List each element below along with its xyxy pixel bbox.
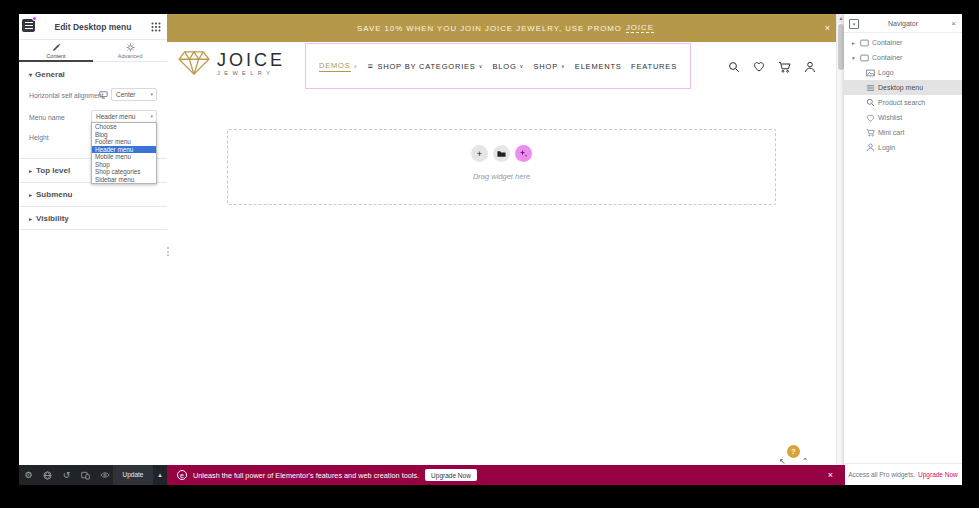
responsive-desktop-icon[interactable]	[99, 91, 108, 99]
close-icon[interactable]: ×	[951, 14, 956, 33]
section-submenu-label: Submenu	[36, 190, 72, 199]
account-user-icon[interactable]	[804, 61, 816, 73]
tree-item-label: Desktop menu	[878, 84, 923, 91]
header-icons	[728, 42, 816, 91]
drop-zone-hint: Drag widget here	[228, 172, 775, 181]
menu-item-demos[interactable]: DEMOS ∨	[319, 61, 358, 72]
menu-name-select-value: Header menu	[96, 113, 135, 120]
image-icon	[866, 69, 878, 77]
site-logo[interactable]: JOICE JEWELRY	[177, 49, 285, 77]
upgrade-notification-bar: e Unleash the full power of Elementor's …	[167, 465, 845, 485]
section-submenu[interactable]: ▸ Submenu	[19, 182, 167, 206]
wishlist-heart-icon[interactable]	[753, 61, 765, 72]
promo-text: SAVE 10% WHEN YOU JOIN JOICE JEWELRY, US…	[357, 24, 622, 33]
widget-drop-zone[interactable]: + Drag widget here	[227, 129, 776, 205]
section-general[interactable]: ▾General	[29, 70, 65, 79]
alignment-select[interactable]: Center ▾	[111, 88, 157, 101]
tree-item-wishlist[interactable]: Wishlist	[844, 110, 962, 125]
tree-item-desktop-menu[interactable]: Desktop menu	[844, 80, 962, 95]
tab-advanced[interactable]: Advanced	[93, 40, 167, 61]
preview-eye-icon[interactable]	[95, 471, 114, 479]
navigator-panel: ▾ Navigator × ▸ Container ▾ Container	[844, 14, 962, 485]
add-widget-button[interactable]: +	[471, 145, 488, 162]
preview-canvas: SAVE 10% WHEN YOU JOIN JOICE JEWELRY, US…	[167, 14, 844, 465]
heart-icon	[866, 114, 878, 122]
desktop-menu-widget: DEMOS ∨ ≡ SHOP BY CATEGORIES ∨ BLOG ∨ SH…	[305, 43, 691, 89]
dropdown-option[interactable]: Mobile menu	[92, 153, 156, 161]
pro-widgets-text: Access all Pro widgets.	[848, 471, 915, 478]
menu-item-shop[interactable]: SHOP ∨	[533, 62, 565, 71]
widgets-grid-icon[interactable]	[151, 22, 161, 32]
dropdown-option[interactable]: Blog	[92, 131, 156, 139]
dropdown-option[interactable]: Shop	[92, 161, 156, 169]
site-header: JOICE JEWELRY DEMOS ∨ ≡ SHOP BY CATEGORI…	[167, 42, 844, 91]
chevron-down-icon: ∨	[561, 63, 565, 69]
chevron-down-icon: ∨	[479, 63, 483, 69]
search-icon	[866, 98, 878, 107]
search-icon[interactable]	[728, 61, 740, 73]
height-label: Height	[29, 134, 49, 141]
gear-icon	[126, 43, 135, 52]
close-icon[interactable]: ×	[828, 470, 835, 480]
update-button[interactable]: Update	[113, 465, 153, 485]
navigator-footer: Access all Pro widgets. Upgrade Now	[844, 463, 962, 485]
dropdown-option[interactable]: Footer menu	[92, 138, 156, 146]
settings-icon[interactable]: ⚙	[19, 471, 38, 480]
tree-item-product-search[interactable]: Product search	[844, 95, 962, 110]
menu-item-elements[interactable]: ELEMENTS	[575, 62, 622, 71]
scrollbar-up-arrow[interactable]: ▲	[837, 14, 844, 23]
close-icon[interactable]: ×	[825, 14, 830, 42]
tree-item-label: Mini cart	[878, 129, 904, 136]
cart-icon[interactable]	[778, 61, 791, 73]
chevron-down-icon: ∨	[354, 63, 358, 69]
dropdown-option[interactable]: Sidebar menu	[92, 176, 156, 184]
upgrade-now-link[interactable]: Upgrade Now	[918, 471, 958, 478]
tab-content[interactable]: Content	[19, 40, 93, 61]
tree-item-login[interactable]: Login	[844, 140, 962, 155]
dropdown-option[interactable]: Shop categories	[92, 168, 156, 176]
tree-item-label: Container	[872, 54, 902, 61]
menu-item-label: DEMOS	[319, 61, 351, 72]
promo-code-link[interactable]: JOICE	[626, 23, 654, 33]
container-icon	[860, 39, 872, 47]
tree-item-mini-cart[interactable]: Mini cart	[844, 125, 962, 140]
alignment-label: Horizontal self alignment	[29, 92, 103, 99]
logo-name: JOICE	[217, 51, 285, 69]
ai-sparkle-button[interactable]	[515, 145, 532, 162]
menu-item-shop-by-categories[interactable]: ≡ SHOP BY CATEGORIES ∨	[367, 62, 483, 71]
section-visibility-label: Visibility	[36, 214, 69, 223]
upgrade-now-button[interactable]: Upgrade Now	[425, 469, 477, 481]
panel-resize-handle[interactable]	[167, 247, 169, 256]
drop-zone-buttons: +	[228, 145, 775, 162]
menu-item-blog[interactable]: BLOG ∨	[493, 62, 525, 71]
user-icon	[866, 143, 878, 152]
chevron-down-icon: ▾	[150, 111, 153, 122]
logo-text: JOICE JEWELRY	[217, 51, 285, 76]
alignment-select-value: Center	[116, 91, 136, 98]
chevron-up-icon[interactable]: ▴	[154, 465, 166, 485]
tree-item-container-2[interactable]: ▾ Container	[844, 50, 962, 65]
section-visibility[interactable]: ▸ Visibility	[19, 206, 167, 230]
scroll-top-glyphs: ↖ ⌃	[779, 457, 825, 465]
navigator-title: Navigator	[844, 14, 962, 33]
section-general-label: General	[35, 70, 65, 79]
tree-item-container-1[interactable]: ▸ Container	[844, 35, 962, 50]
responsive-mode-icon[interactable]	[76, 471, 95, 480]
history-icon[interactable]: ↺	[57, 471, 76, 480]
logo-tagline: JEWELRY	[217, 70, 285, 76]
preview-scrollbar[interactable]: ▲	[836, 14, 844, 465]
cursor-glyph: ↖	[779, 457, 786, 465]
add-template-folder-button[interactable]	[493, 145, 510, 162]
menu-item-features[interactable]: FEATURES	[631, 62, 677, 71]
chevron-up-glyph: ⌃	[802, 457, 809, 465]
promo-bar: SAVE 10% WHEN YOU JOIN JOICE JEWELRY, US…	[167, 14, 844, 42]
dropdown-option[interactable]: Choose	[92, 123, 156, 131]
elementor-editor: Edit Desktop menu Content	[0, 0, 979, 508]
tree-item-label: Container	[872, 39, 902, 46]
site-settings-icon[interactable]	[38, 471, 57, 480]
tree-item-logo[interactable]: Logo	[844, 65, 962, 80]
elementor-panel: Edit Desktop menu Content	[19, 14, 167, 485]
section-top-level-label: Top level	[36, 166, 70, 175]
dropdown-option-selected[interactable]: Header menu	[92, 146, 156, 154]
panel-tabs: Content Advanced	[19, 40, 167, 62]
